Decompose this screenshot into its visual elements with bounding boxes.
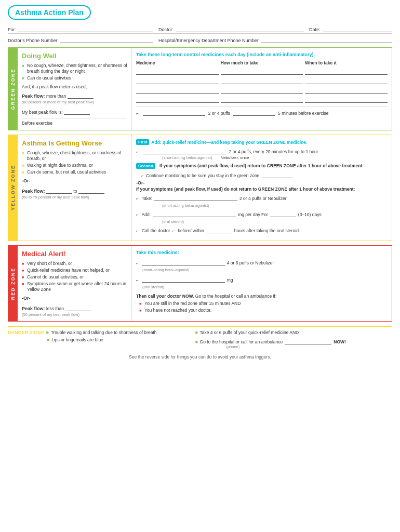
danger-now: NOW!	[334, 339, 346, 344]
danger-section: DANGER SIGNS ■ Trouble walking and talki…	[8, 326, 392, 349]
red-zone-title: Medical Alert!	[22, 250, 127, 258]
date-line[interactable]	[323, 25, 392, 32]
med-when-2[interactable]	[305, 77, 388, 84]
exercise-row: Before exercise	[22, 118, 127, 126]
med-name-1[interactable]	[136, 68, 219, 75]
red-call-now: Then call your doctor NOW. Go to the hos…	[136, 294, 388, 299]
yellow-sublabel-row: (short-acting beta₂-agonist) Nebulizer, …	[136, 155, 388, 160]
checkbox-symbol-1: ⌐	[136, 111, 139, 116]
red-peak-label: Peak flow:	[22, 306, 45, 311]
yellow-days-input[interactable]	[270, 210, 296, 217]
yellow-med-input-1[interactable]	[143, 147, 226, 154]
exercise-timing: 5 minutes before exercise	[278, 111, 328, 116]
for-line[interactable]	[18, 25, 153, 32]
danger-left-col: DANGER SIGNS ■ Trouble walking and talki…	[8, 330, 190, 349]
hospital-field: Hospital/Emergency Department Phone Numb…	[158, 36, 392, 43]
peak-flow-more: more than	[46, 94, 66, 99]
exercise-right-row: ⌐ 2 or 4 puffs 5 minutes before exercise	[136, 106, 388, 116]
call-now-text: Then call your doctor NOW.	[136, 294, 194, 299]
add-label: Add:	[142, 212, 151, 217]
medicine-row-3	[136, 86, 388, 94]
yellow-first-med-row: ⌐ 2 or 4 puffs, every 20 minutes for up …	[136, 147, 388, 154]
red-peak-row: Peak flow: less than	[22, 304, 127, 311]
red-peak-less: less than	[46, 306, 64, 311]
best-peak-label: My best peak flow is:	[22, 110, 63, 115]
danger-left-row-2: ■ Lips or fingernails are blue	[47, 337, 190, 342]
red-action-2: You have not reached your doctor.	[139, 308, 388, 313]
yellow-add-input[interactable]	[153, 210, 236, 217]
medicine-table: Medicine How much to take When to take i…	[136, 60, 388, 103]
hospital-line[interactable]	[261, 36, 392, 43]
best-peak-row: My best peak flow is:	[22, 108, 127, 115]
med-name-2[interactable]	[136, 77, 219, 84]
danger-bullet-sym-1: ■	[46, 330, 49, 335]
red-peak-flow: Peak flow: less than (50 percent of my b…	[22, 304, 127, 317]
med-when-3[interactable]	[305, 86, 388, 94]
yellow-peak-to[interactable]	[78, 187, 104, 194]
oral-steroid-label-yellow: (oral steroid)	[162, 219, 388, 224]
med-amount-3[interactable]	[221, 86, 303, 94]
red-med-input-1[interactable]	[142, 258, 225, 265]
best-peak-input[interactable]	[64, 108, 90, 115]
danger-phone-label: (phone)	[226, 344, 392, 349]
danger-phone-input[interactable]	[285, 337, 331, 344]
date-field: Date:	[309, 25, 392, 32]
col-medicine: Medicine	[136, 60, 219, 65]
red-zone-label: RED ZONE	[8, 246, 18, 321]
doctor-line[interactable]	[176, 25, 304, 32]
red-action-list: You are still in the red zone after 15 m…	[139, 301, 388, 313]
yellow-zone-label: YELLOW ZONE	[8, 135, 18, 241]
exercise-med-input[interactable]	[143, 109, 205, 116]
med-name-3[interactable]	[136, 86, 219, 94]
danger-bullet-sym-2: ■	[47, 337, 49, 342]
exercise-puffs-input[interactable]	[233, 109, 275, 116]
red-peak-input[interactable]	[65, 304, 91, 311]
green-zone-title: Doing Well	[22, 52, 127, 60]
yellow-bullet-3: Can do some, but not all, usual activiti…	[22, 169, 127, 175]
yellow-peak-from[interactable]	[46, 187, 72, 194]
red-med-input-2[interactable]	[142, 275, 225, 283]
danger-bullet-sym-3: ■	[195, 330, 197, 335]
col-how-much: How much to take	[221, 60, 303, 65]
yellow-peak-flow: Peak flow: to (60 to 79 percent of my be…	[22, 187, 127, 200]
yellow-take-input[interactable]	[154, 194, 237, 201]
peak-flow-input[interactable]	[68, 91, 94, 99]
call-doctor-text: Call the doctor	[142, 228, 170, 233]
yellow-short-acting-label2: (short-acting beta₂-agonist)	[162, 203, 388, 208]
red-med-row-2: ⌐ mg	[136, 275, 388, 283]
yellow-continue-row: ⌐ Continue monitoring to be sure you sta…	[141, 171, 388, 178]
take-label: Take:	[142, 196, 152, 201]
page-title: Asthma Action Plan	[8, 5, 91, 20]
yellow-zone-left: Asthma Is Getting Worse Cough, wheeze, c…	[18, 135, 132, 241]
doctor-label: Doctor:	[158, 27, 174, 32]
med-name-4[interactable]	[136, 96, 219, 103]
yellow-bullet-list: Cough, wheeze, chest tightness, or short…	[22, 150, 127, 175]
red-take-header: Take this medicine:	[136, 250, 388, 255]
med-when-4[interactable]	[305, 96, 388, 103]
med-amount-1[interactable]	[221, 68, 303, 75]
header-row-2: Doctor's Phone Number Hospital/Emergency…	[8, 36, 392, 43]
yellow-take-row: ⌐ Take: 2 or 4 puffs or Nebulizer	[136, 194, 388, 201]
green-zone: GREEN ZONE Doing Well No cough, wheeze, …	[8, 47, 392, 130]
phone-line[interactable]	[60, 36, 153, 43]
danger-sign-1: Trouble walking and talking due to short…	[51, 330, 157, 335]
med-when-1[interactable]	[305, 68, 388, 75]
red-or: -Or-	[22, 296, 127, 301]
peak-flow-label: Peak flow:	[22, 94, 45, 99]
hospital-label: Hospital/Emergency Department Phone Numb…	[158, 38, 259, 43]
continue-input[interactable]	[262, 171, 293, 178]
yellow-peak-note: (60 to 79 percent of my best peak flow)	[22, 195, 127, 200]
yellow-first-block: First Add: quick-relief medicine—and kee…	[136, 139, 388, 160]
yellow-to: to	[73, 189, 77, 194]
yellow-hours-input[interactable]	[206, 226, 232, 233]
danger-action-1: Take 4 or 6 puffs of your quick-relief m…	[200, 330, 299, 335]
medicine-row-4	[136, 96, 388, 103]
med-amount-4[interactable]	[221, 96, 303, 103]
red-zone: RED ZONE Medical Alert! Very short of br…	[8, 245, 392, 322]
med-amount-2[interactable]	[221, 77, 303, 84]
green-peak-flow-section: And, if a peak flow meter is used, Peak …	[22, 84, 127, 115]
green-zone-label: GREEN ZONE	[8, 48, 18, 130]
puffs-text: 2 or 4 puffs	[208, 111, 230, 116]
green-instruction-header: Take these long-term control medicines e…	[136, 52, 388, 57]
yellow-call-row: ⌐ Call the doctor ⌐ before/ within hours…	[136, 226, 388, 233]
